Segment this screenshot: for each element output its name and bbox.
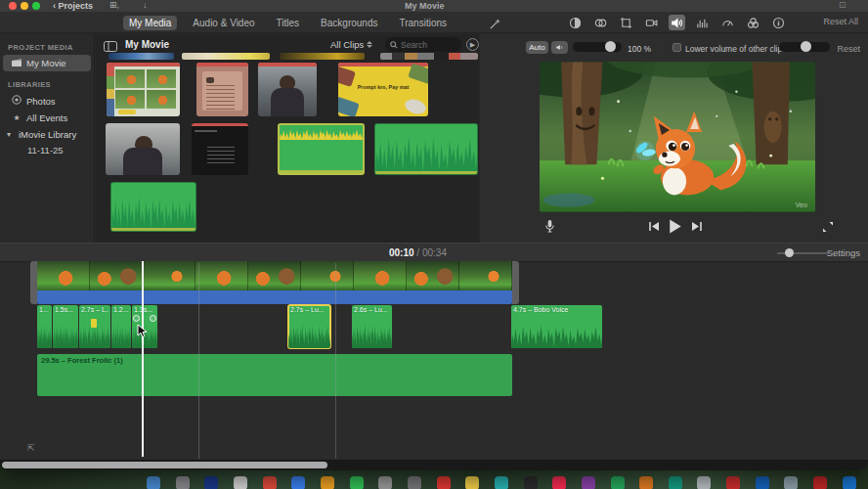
dock-app-icon[interactable] [321, 476, 334, 489]
tab-titles[interactable]: Titles [271, 16, 306, 30]
dock-app-icon[interactable] [378, 476, 392, 489]
account-icon[interactable]: ⊡ [839, 0, 846, 10]
close-window-button[interactable] [9, 2, 17, 10]
search-input[interactable] [401, 40, 456, 50]
filmstrip-frame[interactable] [143, 261, 195, 290]
tab-transitions[interactable]: Transitions [393, 16, 453, 30]
volume-slider-knob[interactable] [605, 41, 616, 52]
crop-icon[interactable] [618, 15, 634, 30]
next-frame-button[interactable] [691, 221, 703, 232]
media-thumb-sliver[interactable] [182, 53, 270, 60]
media-thumb-sliver[interactable] [380, 53, 478, 60]
timeline-audio-clip[interactable]: 2.6s – Lu... [352, 305, 392, 348]
dock-app-icon[interactable] [552, 476, 566, 489]
filmstrip-frame[interactable] [354, 261, 407, 290]
dock-app-icon[interactable] [437, 476, 451, 489]
sidebar-item-imovie-library[interactable]: ▾ iMovie Library [0, 126, 94, 143]
media-thumb-code-window[interactable] [192, 123, 248, 175]
timeline-music-clip[interactable]: 29.5s – Forest Frolic (1) [37, 354, 512, 396]
fullscreen-expand-icon[interactable] [822, 221, 834, 233]
all-clips-dropdown[interactable]: All Clips [330, 39, 372, 50]
lower-volume-slider-knob[interactable] [801, 41, 811, 52]
media-thumb-webcam[interactable] [106, 123, 180, 175]
import-media-icon[interactable]: ⊞, [109, 0, 119, 10]
tab-my-media[interactable]: My Media [123, 16, 177, 30]
dock-app-icon[interactable] [813, 476, 827, 489]
volume-slider[interactable] [573, 42, 622, 52]
clip-info-icon[interactable] [770, 15, 787, 30]
noise-reduction-icon[interactable] [694, 15, 711, 30]
dock-app-icon[interactable] [639, 476, 653, 489]
sidebar-item-photos[interactable]: Photos [0, 92, 94, 110]
filmstrip-frame[interactable] [459, 261, 512, 290]
dock-app-icon[interactable] [697, 476, 711, 489]
tab-backgrounds[interactable]: Backgrounds [315, 16, 383, 30]
dock-app-icon[interactable] [408, 476, 421, 489]
dock-app-icon[interactable] [495, 476, 508, 489]
dock-app-icon[interactable] [669, 476, 682, 489]
clip-trim-handle-right[interactable] [512, 261, 519, 304]
timeline-scrollbar[interactable] [0, 460, 868, 470]
media-thumb-fox-grid[interactable] [107, 63, 180, 116]
timeline-settings-button[interactable]: Settings [827, 247, 860, 258]
tab-audio-video[interactable]: Audio & Video [187, 16, 260, 30]
mute-button[interactable] [551, 41, 568, 54]
media-thumb-webcam[interactable] [258, 63, 317, 116]
dock-app-icon[interactable] [234, 476, 247, 489]
dock-app-icon[interactable] [524, 476, 538, 489]
speed-icon[interactable] [719, 15, 736, 30]
enhance-wand-icon[interactable] [487, 16, 503, 31]
reset-button[interactable]: Reset [837, 44, 860, 54]
dock-app-icon[interactable] [784, 476, 798, 489]
timeline-audio-clip[interactable]: 2.7s – L... [79, 305, 110, 348]
dock-app-icon[interactable] [843, 476, 856, 489]
timeline-zoom-slider[interactable] [777, 252, 828, 254]
color-correction-icon[interactable] [592, 15, 609, 30]
clip-filter-icon[interactable] [745, 15, 761, 30]
fade-handle[interactable] [133, 315, 140, 322]
timeline-audio-clip[interactable]: 4.7s – Bobo Voice [511, 305, 602, 348]
minimize-window-button[interactable] [21, 2, 28, 10]
dock-app-icon[interactable] [204, 476, 218, 489]
dock-app-icon[interactable] [147, 476, 160, 489]
filmstrip-frame[interactable] [301, 261, 354, 290]
play-button[interactable] [669, 219, 682, 234]
dock-app-icon[interactable] [350, 476, 364, 489]
timeline-audio-clip[interactable]: 1... [37, 305, 52, 348]
chevron-down-icon[interactable]: ▾ [4, 130, 14, 139]
media-thumb-promo[interactable]: Prompt kro, Pay mat [338, 63, 428, 116]
auto-volume-button[interactable]: Auto [526, 41, 548, 54]
timeline-filmstrip[interactable] [37, 261, 512, 290]
zoom-window-button[interactable] [32, 2, 40, 10]
media-thumb-document[interactable] [196, 63, 248, 116]
lower-volume-checkbox[interactable] [673, 43, 681, 52]
scrollbar-thumb[interactable] [2, 462, 327, 468]
appearance-button[interactable]: ▶ [466, 38, 479, 51]
volume-icon[interactable] [669, 15, 685, 30]
filmstrip-frame[interactable] [90, 261, 143, 290]
search-field[interactable] [385, 37, 461, 52]
sidebar-item-library-date[interactable]: 11-11-25 [0, 143, 94, 157]
lower-volume-slider[interactable] [779, 42, 830, 52]
media-thumb-sliver[interactable] [108, 53, 174, 60]
dock-app-icon[interactable] [726, 476, 740, 489]
filmstrip-frame[interactable] [248, 261, 301, 290]
projects-back-button[interactable]: ‹ Projects [53, 1, 93, 11]
clip-trim-handle-left[interactable] [30, 261, 37, 304]
color-balance-icon[interactable] [567, 15, 584, 30]
timeline-audio-clip[interactable]: 1.5s... [53, 305, 78, 348]
reset-all-button[interactable]: Reset All [823, 17, 858, 26]
dock-app-icon[interactable] [756, 476, 769, 489]
media-thumb-audio-clip[interactable] [110, 182, 196, 232]
sidebar-item-all-events[interactable]: ★ All Events [0, 110, 94, 126]
stabilization-icon[interactable] [643, 15, 660, 30]
dock-app-icon[interactable] [291, 476, 305, 489]
dock-app-icon[interactable] [263, 476, 277, 489]
dock-app-icon[interactable] [465, 476, 479, 489]
timeline-audio-clip-selected[interactable]: 2.7s – Lu... [288, 305, 330, 348]
connected-audio-track[interactable] [37, 290, 512, 304]
dock-app-icon[interactable] [176, 476, 190, 489]
media-thumb-audio-clip[interactable] [374, 123, 478, 175]
filmstrip-frame[interactable] [37, 261, 90, 290]
timeline-zoom-knob[interactable] [785, 248, 794, 257]
